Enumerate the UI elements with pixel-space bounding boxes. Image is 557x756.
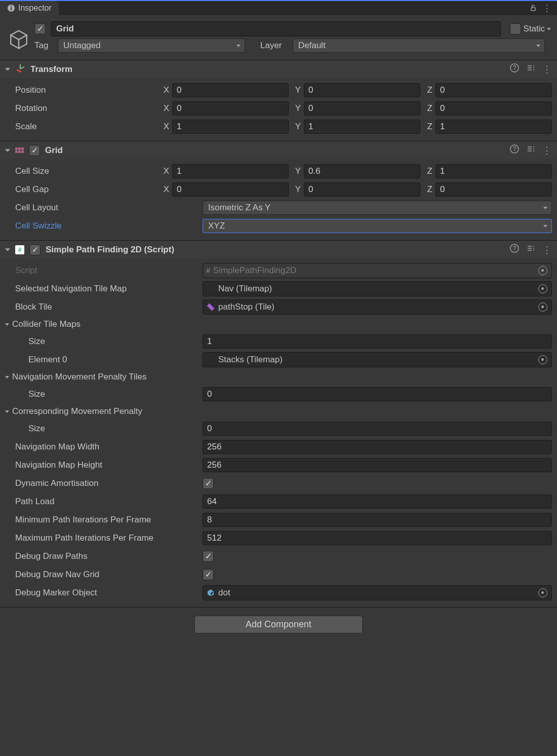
path-load-input[interactable] xyxy=(203,495,552,509)
active-checkbox[interactable] xyxy=(34,23,46,34)
cell-gap-y-input[interactable] xyxy=(304,182,420,197)
tag-dropdown[interactable]: Untagged xyxy=(58,39,245,53)
block-tile-field[interactable]: pathStop (Tile) xyxy=(203,299,552,315)
min-iter-label: Minimum Path Iterations Per Frame xyxy=(15,515,197,525)
collider-el0-value: Stacks (Tilemap) xyxy=(218,355,283,365)
axis-z: Z xyxy=(423,166,432,176)
svg-text:?: ? xyxy=(513,64,516,71)
collider-maps-label: Collider Tile Maps xyxy=(12,319,81,329)
rotation-z-input[interactable] xyxy=(435,101,552,116)
script-label: Script xyxy=(15,266,197,276)
max-iter-input[interactable] xyxy=(203,531,552,545)
cell-size-y-input[interactable] xyxy=(304,164,420,178)
rotation-y-input[interactable] xyxy=(304,101,420,116)
component-enabled-checkbox[interactable] xyxy=(29,145,40,156)
component-menu-icon[interactable]: ⋮ xyxy=(542,244,552,255)
help-icon[interactable]: ? xyxy=(510,144,519,156)
help-icon[interactable]: ? xyxy=(510,63,519,75)
static-dropdown-icon[interactable] xyxy=(547,28,551,30)
cell-size-label: Cell Size xyxy=(15,166,155,176)
axis-x: X xyxy=(160,166,169,176)
cell-gap-x-input[interactable] xyxy=(172,182,289,197)
tab-bar: Inspector ⋮ xyxy=(0,0,557,15)
axis-y: Y xyxy=(292,166,301,176)
debug-marker-field[interactable]: dot xyxy=(203,585,552,600)
dyn-amort-checkbox[interactable] xyxy=(203,478,214,489)
inspector-tab[interactable]: Inspector xyxy=(0,1,59,15)
cell-layout-dropdown[interactable]: Isometric Z As Y xyxy=(203,201,552,215)
foldout-icon[interactable] xyxy=(5,149,10,152)
debug-nav-checkbox[interactable] xyxy=(203,569,214,580)
preset-icon[interactable] xyxy=(526,63,535,75)
position-x-input[interactable] xyxy=(172,83,289,97)
cell-layout-label: Cell Layout xyxy=(15,203,197,213)
kebab-menu-icon[interactable]: ⋮ xyxy=(542,3,552,14)
corr-penalty-size-input[interactable] xyxy=(203,422,552,436)
tilemap-icon xyxy=(206,355,215,364)
object-picker-icon[interactable] xyxy=(538,303,547,312)
cell-swizzle-dropdown[interactable]: XYZ xyxy=(203,219,552,233)
nav-tilemap-field[interactable]: Nav (Tilemap) xyxy=(203,281,552,296)
scale-z-input[interactable] xyxy=(435,120,552,134)
gameobject-icon[interactable] xyxy=(8,29,29,50)
size-label: Size xyxy=(28,389,197,399)
preset-icon[interactable] xyxy=(526,244,535,255)
static-label: Static xyxy=(523,24,545,34)
svg-point-2 xyxy=(11,6,12,7)
preset-icon[interactable] xyxy=(526,144,535,156)
collider-size-input[interactable] xyxy=(203,334,552,349)
info-icon xyxy=(7,4,15,12)
add-component-button[interactable]: Add Component xyxy=(194,616,363,633)
layer-dropdown[interactable]: Default xyxy=(293,39,545,53)
collider-el0-field[interactable]: Stacks (Tilemap) xyxy=(203,352,552,367)
axis-z: Z xyxy=(423,85,432,95)
object-picker-icon[interactable] xyxy=(538,284,547,293)
cell-size-z-input[interactable] xyxy=(435,164,552,178)
cell-size-x-input[interactable] xyxy=(172,164,289,178)
axis-z: Z xyxy=(423,103,432,114)
rotation-x-input[interactable] xyxy=(172,101,289,116)
min-iter-input[interactable] xyxy=(203,513,552,527)
grid-icon xyxy=(15,147,24,153)
foldout-icon[interactable] xyxy=(5,68,10,70)
position-y-input[interactable] xyxy=(304,83,420,97)
layer-label: Layer xyxy=(260,41,288,51)
debug-paths-checkbox[interactable] xyxy=(203,551,214,562)
debug-paths-label: Debug Draw Paths xyxy=(15,551,197,561)
component-enabled-checkbox[interactable] xyxy=(29,244,41,255)
nav-penalty-size-input[interactable] xyxy=(203,387,552,401)
component-title: Grid xyxy=(45,145,505,156)
cell-layout-value: Isometric Z As Y xyxy=(208,203,270,213)
axis-x: X xyxy=(160,184,169,195)
cell-gap-z-input[interactable] xyxy=(435,182,552,197)
nav-height-input[interactable] xyxy=(203,458,552,472)
path-load-label: Path Load xyxy=(15,497,197,507)
object-picker-icon[interactable] xyxy=(538,266,547,275)
size-label: Size xyxy=(28,336,197,347)
transform-icon xyxy=(15,64,25,74)
foldout-icon[interactable] xyxy=(5,410,9,413)
svg-rect-3 xyxy=(531,8,535,11)
foldout-icon[interactable] xyxy=(5,376,9,379)
gameobject-name-input[interactable] xyxy=(51,21,501,36)
foldout-icon[interactable] xyxy=(5,323,9,326)
scale-y-input[interactable] xyxy=(304,120,420,134)
lock-icon[interactable] xyxy=(529,3,537,14)
nav-width-input[interactable] xyxy=(203,440,552,454)
object-picker-icon[interactable] xyxy=(538,588,547,597)
svg-text:?: ? xyxy=(513,145,516,153)
help-icon[interactable]: ? xyxy=(510,244,519,255)
axis-y: Y xyxy=(292,122,301,132)
scale-label: Scale xyxy=(15,122,155,132)
component-menu-icon[interactable]: ⋮ xyxy=(542,64,552,75)
position-z-input[interactable] xyxy=(435,83,552,97)
object-picker-icon[interactable] xyxy=(538,355,547,364)
debug-nav-label: Debug Draw Nav Grid xyxy=(15,570,197,580)
static-checkbox[interactable] xyxy=(510,23,521,34)
scale-x-input[interactable] xyxy=(172,120,289,134)
transform-component: Transform ? ⋮ Position X Y Z Rotation X … xyxy=(0,60,557,141)
foldout-icon[interactable] xyxy=(5,248,10,251)
component-menu-icon[interactable]: ⋮ xyxy=(542,145,552,156)
nav-tilemap-label: Selected Navigation Tile Map xyxy=(15,284,197,294)
gameobject-header: Static Tag Untagged Layer Default xyxy=(0,15,557,60)
